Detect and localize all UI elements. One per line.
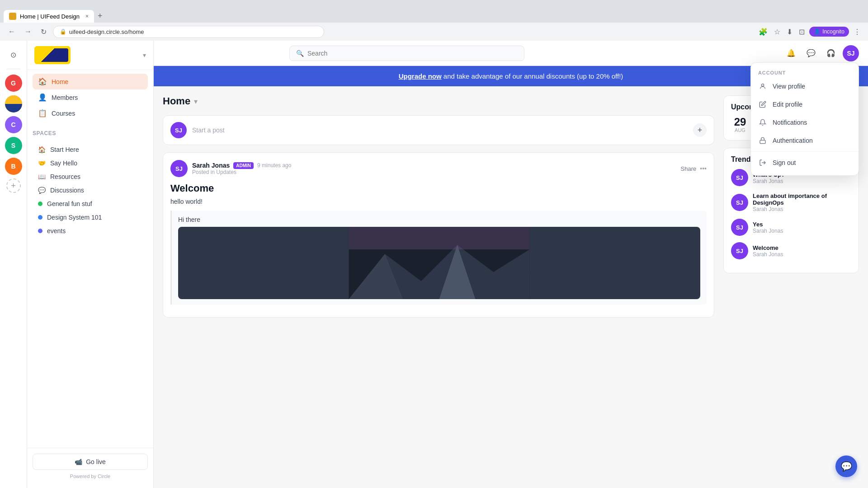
authentication-icon (758, 136, 767, 145)
sign-out-item[interactable]: Sign out (751, 154, 859, 172)
notifications-label: Notifications (773, 119, 807, 126)
account-dropdown: ACCOUNT View profile Edit profile Notifi… (750, 62, 859, 176)
sign-out-label: Sign out (773, 159, 796, 166)
view-profile-label: View profile (773, 83, 805, 90)
authentication-item[interactable]: Authentication (751, 131, 859, 150)
dropdown-divider (751, 151, 859, 152)
sign-out-icon (758, 158, 767, 167)
dropdown-overlay[interactable] (0, 0, 868, 488)
dropdown-account-label: ACCOUNT (751, 66, 859, 77)
authentication-label: Authentication (773, 137, 813, 144)
view-profile-item[interactable]: View profile (751, 77, 859, 95)
notifications-icon (758, 118, 767, 127)
svg-rect-6 (760, 140, 765, 143)
svg-point-5 (761, 84, 764, 86)
edit-profile-label: Edit profile (773, 101, 802, 108)
view-profile-icon (758, 82, 767, 91)
edit-profile-item[interactable]: Edit profile (751, 95, 859, 113)
edit-profile-icon (758, 100, 767, 109)
notifications-item[interactable]: Notifications (751, 113, 859, 131)
